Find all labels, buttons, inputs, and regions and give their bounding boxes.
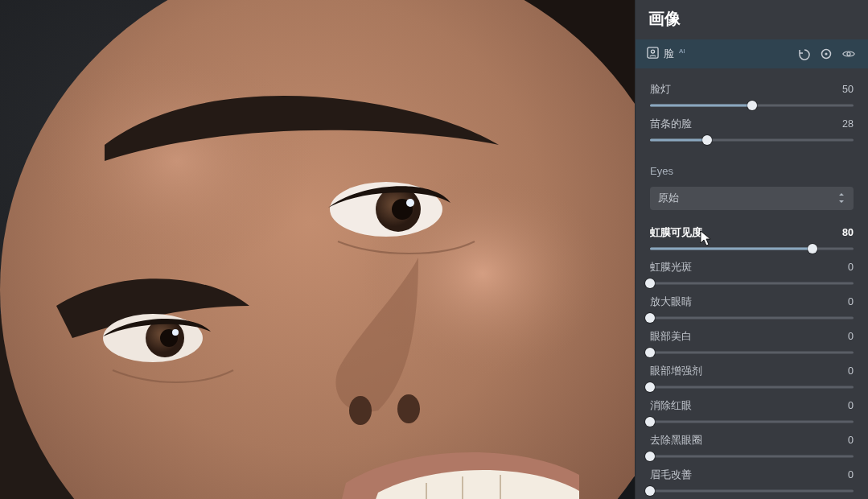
eyes-slider-0: 虹膜可见度 80: [650, 226, 854, 254]
eyes-preset-select[interactable]: 原始: [650, 187, 854, 210]
chevron-updown-icon: [837, 193, 845, 204]
face-slider-1: 苗条的脸 28: [650, 118, 854, 146]
eyes-slider-3: 眼部美白 0: [650, 330, 854, 358]
select-value: 原始: [658, 192, 679, 205]
face-sliders: 脸灯 50 苗条的脸 28: [636, 68, 868, 155]
portrait-image: [0, 0, 635, 499]
slider-track[interactable]: [650, 347, 854, 358]
eyes-slider-6: 去除黑眼圈 0: [650, 434, 854, 462]
face-panel-header[interactable]: 脸 AI: [636, 39, 868, 68]
slider-value: 80: [842, 227, 854, 238]
panel-label: 脸: [664, 47, 674, 61]
app-root: 画像 脸 AI: [0, 0, 868, 499]
slider-track[interactable]: [650, 100, 854, 111]
eyes-slider-7: 眉毛改善 0: [650, 468, 854, 497]
svg-rect-19: [648, 47, 658, 58]
ai-badge: AI: [679, 47, 685, 55]
slider-track[interactable]: [650, 485, 854, 497]
slider-value: 0: [848, 262, 854, 273]
svg-point-13: [172, 329, 179, 336]
svg-point-5: [40, 48, 314, 274]
slider-label: 眼部美白: [650, 330, 692, 344]
svg-point-23: [847, 52, 850, 56]
svg-point-15: [397, 394, 420, 423]
slider-label: 虹膜可见度: [650, 226, 702, 240]
slider-thumb[interactable]: [645, 313, 655, 323]
slider-value: 0: [848, 365, 854, 377]
face-slider-0: 脸灯 50: [650, 83, 854, 111]
slider-value: 0: [848, 331, 854, 342]
slider-value: 50: [842, 84, 854, 95]
slider-value: 0: [848, 469, 854, 480]
svg-point-9: [406, 199, 414, 207]
slider-thumb[interactable]: [645, 452, 655, 461]
eyes-section-label: Eyes: [636, 155, 868, 182]
sidebar: 画像 脸 AI: [635, 0, 868, 499]
svg-point-22: [825, 52, 827, 55]
slider-track[interactable]: [650, 312, 854, 324]
svg-point-14: [349, 396, 372, 425]
eyes-slider-2: 放大眼睛 0: [650, 295, 854, 324]
slider-track[interactable]: [650, 243, 854, 254]
slider-thumb[interactable]: [808, 244, 817, 254]
slider-value: 0: [848, 435, 854, 446]
eyes-slider-5: 消除红眼 0: [650, 399, 854, 427]
slider-label: 苗条的脸: [650, 118, 692, 131]
slider-label: 去除黑眼圈: [650, 434, 702, 447]
slider-label: 消除红眼: [650, 399, 692, 413]
slider-value: 28: [842, 118, 854, 130]
slider-track[interactable]: [650, 416, 854, 427]
slider-label: 眼部增强剂: [650, 365, 702, 378]
slider-thumb[interactable]: [645, 417, 655, 427]
slider-thumb[interactable]: [645, 348, 655, 357]
slider-label: 虹膜光斑: [650, 261, 692, 274]
portrait-icon: [647, 47, 659, 61]
image-canvas[interactable]: [0, 0, 635, 499]
sidebar-title: 画像: [636, 0, 868, 39]
slider-track[interactable]: [650, 134, 854, 146]
slider-thumb[interactable]: [645, 278, 655, 288]
slider-thumb[interactable]: [747, 101, 757, 110]
slider-thumb[interactable]: [702, 135, 712, 145]
slider-track[interactable]: [650, 451, 854, 462]
eyes-slider-1: 虹膜光斑 0: [650, 261, 854, 289]
slider-label: 放大眼睛: [650, 295, 692, 309]
slider-label: 脸灯: [650, 83, 671, 97]
slider-track[interactable]: [650, 381, 854, 393]
undo-icon[interactable]: [796, 46, 812, 62]
slider-track[interactable]: [650, 278, 854, 289]
svg-point-20: [651, 50, 654, 53]
eyes-slider-4: 眼部增强剂 0: [650, 365, 854, 393]
slider-thumb[interactable]: [645, 382, 655, 392]
reset-icon[interactable]: [818, 46, 834, 62]
slider-value: 0: [848, 400, 854, 411]
visibility-icon[interactable]: [841, 46, 857, 62]
slider-label: 眉毛改善: [650, 468, 692, 482]
slider-value: 0: [848, 296, 854, 307]
eyes-sliders: 虹膜可见度 80 虹膜光斑 0 放大眼睛 0: [636, 217, 868, 499]
slider-thumb[interactable]: [645, 486, 655, 496]
